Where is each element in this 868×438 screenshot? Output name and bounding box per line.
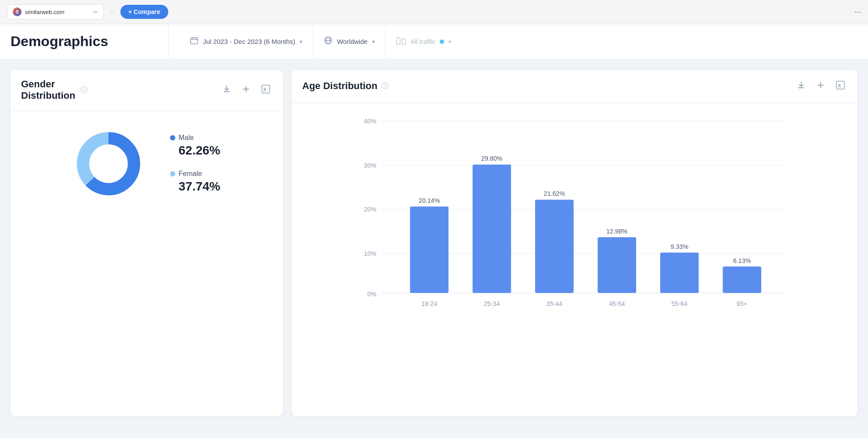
- bar-65-plus: [723, 266, 761, 293]
- page-title: Demographics: [11, 33, 108, 50]
- female-value: 37.74%: [170, 180, 221, 194]
- site-favicon: S: [13, 7, 22, 16]
- main-content: GenderDistribution ⓘ: [0, 59, 868, 427]
- gender-info-icon[interactable]: ⓘ: [80, 86, 87, 95]
- age-card-header: Age Distribution ⓘ: [292, 70, 857, 103]
- male-value: 62.26%: [170, 144, 221, 158]
- svg-text:X: X: [838, 83, 841, 88]
- more-options-button[interactable]: ···: [854, 7, 861, 17]
- svg-rect-0: [191, 38, 198, 44]
- bar-35-44: [535, 200, 574, 293]
- donut-svg: [73, 129, 144, 199]
- gender-add-button[interactable]: [240, 83, 252, 97]
- svg-text:21.62%: 21.62%: [544, 190, 565, 197]
- page-title-area: Demographics: [11, 24, 169, 59]
- traffic-dot: [440, 39, 444, 44]
- bar-18-24: [410, 206, 448, 293]
- gender-donut-chart: [73, 129, 144, 199]
- bar-45-54: [598, 237, 637, 293]
- female-dot: [170, 171, 175, 176]
- geo-text: Worldwide: [337, 38, 368, 45]
- globe-icon: [324, 36, 333, 47]
- svg-text:25-34: 25-34: [484, 300, 499, 307]
- date-range-control[interactable]: Jul 2023 - Dec 2023 (6 Months) ▾: [179, 24, 313, 59]
- bookmark-icon[interactable]: ☆: [109, 8, 115, 16]
- age-bar-chart: 40% 30% 20% 10% 0% 20.14% 18-24: [302, 114, 847, 316]
- svg-text:X: X: [263, 87, 267, 92]
- svg-rect-9: [224, 91, 230, 92]
- browser-chrome: S similarweb.com ✏ ☆ + Compare ···: [0, 0, 868, 24]
- geo-control[interactable]: Worldwide ▾: [313, 24, 386, 59]
- gender-excel-button[interactable]: X: [259, 83, 272, 98]
- male-dot: [170, 135, 175, 140]
- svg-text:20.14%: 20.14%: [419, 197, 440, 204]
- gender-download-button[interactable]: [221, 83, 233, 97]
- page-header: Demographics Jul 2023 - Dec 2023 (6 Mont…: [0, 24, 868, 59]
- svg-rect-8: [402, 39, 405, 44]
- calendar-icon: [190, 36, 199, 47]
- age-download-button[interactable]: [795, 79, 807, 93]
- svg-text:9.33%: 9.33%: [671, 243, 689, 250]
- svg-text:30%: 30%: [364, 162, 376, 169]
- bar-55-64: [660, 253, 699, 293]
- svg-text:65+: 65+: [737, 300, 747, 307]
- male-label: Male: [179, 134, 194, 142]
- bar-25-34: [473, 165, 511, 293]
- svg-text:12.98%: 12.98%: [606, 228, 628, 235]
- svg-text:18-24: 18-24: [421, 300, 437, 307]
- svg-text:40%: 40%: [364, 118, 376, 125]
- gender-card-actions: X: [221, 83, 272, 98]
- gender-card-header: GenderDistribution ⓘ: [11, 70, 283, 111]
- browser-tab[interactable]: S similarweb.com ✏: [7, 4, 104, 19]
- svg-text:29.80%: 29.80%: [481, 155, 503, 162]
- age-add-button[interactable]: [814, 79, 827, 93]
- traffic-text: All traffic: [410, 38, 435, 45]
- age-card-body: 40% 30% 20% 10% 0% 20.14% 18-24: [292, 103, 857, 323]
- svg-rect-7: [397, 37, 400, 44]
- age-card-actions: X: [795, 79, 847, 94]
- male-legend-item: Male 62.26%: [170, 134, 221, 158]
- date-dropdown-arrow: ▾: [300, 39, 302, 45]
- svg-rect-16: [798, 87, 804, 88]
- age-distribution-card: Age Distribution ⓘ: [292, 70, 857, 416]
- svg-text:10%: 10%: [364, 250, 376, 257]
- svg-text:6.13%: 6.13%: [733, 257, 751, 264]
- gender-legend: Male 62.26% Female 37.74%: [170, 134, 221, 194]
- traffic-dropdown-arrow: ▾: [448, 39, 451, 45]
- edit-url-icon[interactable]: ✏: [93, 9, 98, 15]
- svg-text:45-54: 45-54: [609, 300, 625, 307]
- svg-text:35-44: 35-44: [546, 300, 562, 307]
- traffic-icon: [396, 37, 406, 47]
- age-info-icon[interactable]: ⓘ: [382, 82, 389, 91]
- date-range-text: Jul 2023 - Dec 2023 (6 Months): [203, 38, 295, 45]
- svg-text:55-64: 55-64: [672, 300, 687, 307]
- traffic-control[interactable]: All traffic ▾: [386, 24, 462, 59]
- age-excel-button[interactable]: X: [834, 79, 847, 94]
- gender-card-title: GenderDistribution: [21, 79, 75, 102]
- svg-text:20%: 20%: [364, 206, 376, 213]
- geo-dropdown-arrow: ▾: [372, 39, 375, 45]
- header-controls: Jul 2023 - Dec 2023 (6 Months) ▾ Worldwi…: [169, 24, 472, 59]
- female-label: Female: [179, 170, 202, 178]
- gender-distribution-card: GenderDistribution ⓘ: [11, 70, 283, 416]
- url-display: similarweb.com: [25, 9, 90, 15]
- compare-button[interactable]: + Compare: [120, 5, 168, 19]
- gender-card-body: Male 62.26% Female 37.74%: [11, 111, 283, 216]
- age-card-title: Age Distribution: [302, 80, 377, 92]
- svg-text:0%: 0%: [367, 291, 376, 298]
- female-legend-item: Female 37.74%: [170, 170, 221, 194]
